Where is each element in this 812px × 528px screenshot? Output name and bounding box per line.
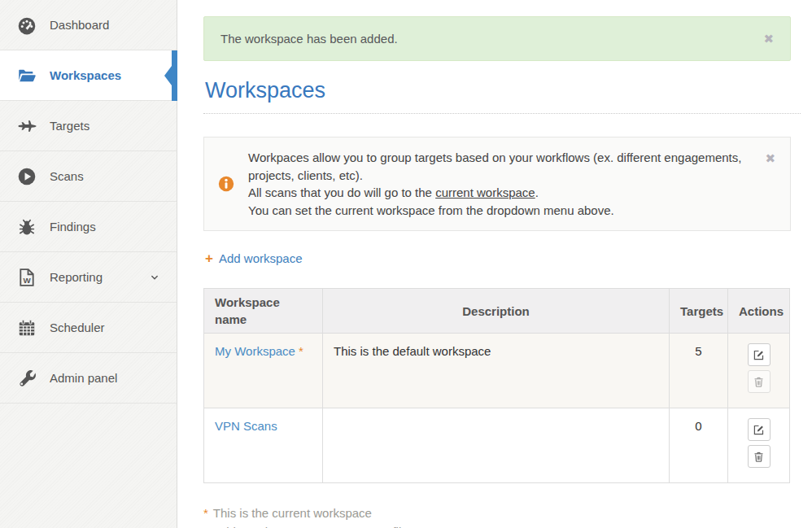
add-workspace-label: Add workspace — [219, 251, 303, 265]
footnote-vpn-profile: This workspace uses a VPN profile — [203, 522, 791, 528]
workspace-description-cell: This is the default workspace — [323, 334, 670, 408]
sidebar-item-label: Targets — [50, 119, 89, 133]
dashboard-icon — [16, 15, 37, 36]
close-icon[interactable]: ✖ — [765, 152, 775, 164]
delete-button[interactable] — [748, 445, 771, 468]
delete-button[interactable] — [748, 370, 771, 393]
info-line-2: All scans that you do will go to the cur… — [248, 184, 765, 202]
asterisk-icon: * — [203, 504, 208, 522]
table-row: VPN Scans 0 — [204, 408, 790, 483]
sidebar-item-label: Reporting — [50, 270, 103, 284]
info-line-1: Workpaces allow you to group targets bas… — [248, 149, 765, 184]
edit-button[interactable] — [748, 343, 771, 366]
sidebar-item-label: Scheduler — [50, 321, 105, 334]
success-alert: The workspace has been added. ✖ — [203, 16, 791, 61]
sidebar-item-label: Findings — [50, 220, 96, 233]
workspace-targets-cell: 5 — [670, 334, 728, 408]
close-icon[interactable]: ✖ — [763, 33, 774, 45]
column-header-description: Description — [323, 289, 670, 334]
chevron-down-icon — [149, 272, 160, 283]
edit-button[interactable] — [748, 418, 771, 441]
column-header-workspace-name: Workspace name — [204, 289, 323, 334]
column-header-actions: Actions — [728, 289, 790, 334]
workspace-link[interactable]: VPN Scans — [215, 419, 277, 433]
info-line-3: You can set the current workspace from t… — [248, 202, 765, 220]
sidebar-item-scans[interactable]: Scans — [0, 151, 177, 202]
workspace-name-cell: VPN Scans — [204, 408, 323, 483]
sidebar-item-targets[interactable]: Targets — [0, 101, 177, 151]
info-icon — [204, 149, 248, 219]
workspaces-table: Workspace name Description Targets Actio… — [203, 288, 790, 483]
sidebar-item-label: Scans — [50, 169, 84, 183]
sidebar: Dashboard Workspaces Targets Scans Findi… — [0, 0, 177, 528]
active-item-indicator — [172, 50, 177, 101]
page-title: Workspaces — [205, 78, 791, 103]
workspace-name-cell: My Workspace * — [204, 334, 323, 408]
word-document-icon: W — [16, 267, 37, 288]
title-divider — [203, 113, 801, 114]
fighter-jet-icon — [16, 116, 37, 137]
sidebar-item-label: Dashboard — [50, 18, 109, 32]
main-content: The workspace has been added. ✖ Workspac… — [177, 0, 812, 528]
svg-text:W: W — [23, 275, 31, 284]
sidebar-item-scheduler[interactable]: Scheduler — [0, 303, 177, 353]
folder-open-icon — [16, 65, 37, 86]
current-workspace-link[interactable]: current workspace — [435, 185, 535, 199]
workspace-actions-cell — [728, 334, 790, 408]
calendar-icon — [16, 317, 37, 338]
wrench-icon — [16, 368, 37, 389]
sidebar-item-admin-panel[interactable]: Admin panel — [0, 353, 177, 404]
table-header-row: Workspace name Description Targets Actio… — [204, 289, 790, 334]
footnote-current-workspace: * This is the current workspace — [203, 504, 791, 522]
plus-icon: + — [205, 251, 213, 267]
sidebar-item-reporting[interactable]: W Reporting — [0, 252, 177, 303]
sidebar-item-label: Workspaces — [50, 68, 121, 82]
workspace-actions-cell — [728, 408, 790, 483]
footnotes: * This is the current workspace This wor… — [203, 504, 791, 528]
play-circle-icon — [16, 166, 37, 187]
info-box: Workpaces allow you to group targets bas… — [203, 137, 791, 231]
table-row: My Workspace * This is the default works… — [204, 334, 790, 408]
sidebar-item-dashboard[interactable]: Dashboard — [0, 0, 177, 50]
sidebar-item-findings[interactable]: Findings — [0, 202, 177, 252]
bug-icon — [16, 216, 37, 238]
add-workspace-link[interactable]: + Add workspace — [205, 251, 303, 267]
workspace-link[interactable]: My Workspace — [215, 344, 295, 358]
workspace-description-cell — [323, 408, 670, 483]
alert-message: The workspace has been added. — [220, 32, 398, 46]
column-header-targets: Targets — [670, 289, 728, 334]
info-text: Workpaces allow you to group targets bas… — [248, 149, 765, 219]
sidebar-item-workspaces[interactable]: Workspaces — [0, 50, 177, 101]
workspace-targets-cell: 0 — [670, 408, 728, 483]
sidebar-item-label: Admin panel — [50, 371, 117, 385]
current-workspace-marker: * — [299, 344, 303, 358]
